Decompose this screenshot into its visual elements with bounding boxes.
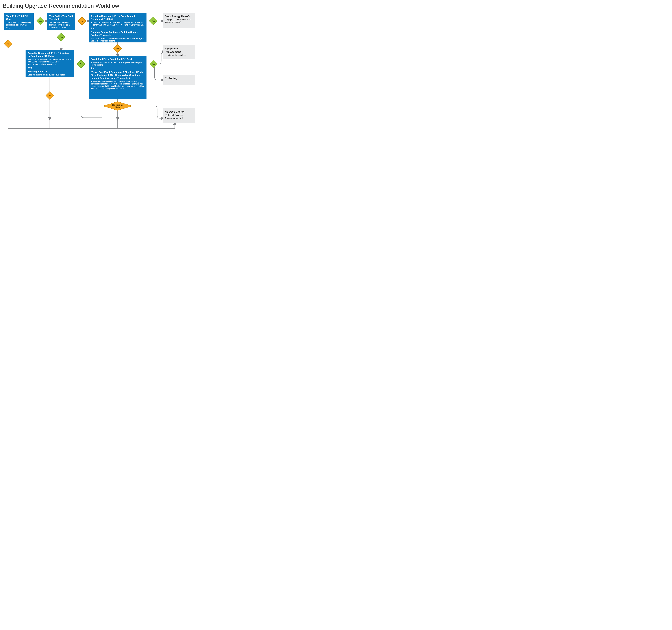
node-title-1: Actual to Benchmark EUI > Fair Actual to… [28,52,72,58]
node-title-1: Fossil Fuel EUI > Fossil Fuel EUI Goal [91,58,144,61]
node-total-eui-goal: Total EUI > Total EUI Goal Total EUI goa… [4,13,33,30]
decision-no-missing-data: No/Missing Data [103,101,133,111]
decision-no: No [79,18,85,24]
decision-no: No [47,93,53,98]
decision-no: No [5,41,11,47]
decision-yes: Yes [58,34,64,40]
node-desc-2: Building square footage threshold is the… [91,37,144,42]
node-and: And [91,27,144,30]
result-no-retrofit-recommended: No Deep Energy Retrofit Project Recommen… [163,108,195,123]
decision-no: No [115,46,121,51]
node-desc: The year built threshold— the year built… [49,21,73,29]
decision-yes: Yes [38,18,43,24]
flowchart-canvas: Total EUI > Total EUI Goal Total EUI goa… [3,11,197,132]
result-title: No Deep Energy Retrofit Project Recommen… [165,110,193,120]
node-year-built: Year Built < Year Built Threshold The ye… [47,13,75,30]
decision-yes: Yes [151,61,157,67]
result-title: Equipment Replacement [165,47,193,54]
node-desc-1: Fossil fuel EUI goal is the fossil fuel … [91,61,144,66]
node-desc-1: Fair actual to benchmark EUI ratio— the … [28,58,72,66]
node-desc-2: Fossil fuel-fired equipment RSL threshol… [91,80,144,90]
result-title: Deep Energy Retrofit [165,15,193,18]
node-and: And [91,67,144,70]
node-title-2: Building Square Footage > Building Squar… [91,31,144,37]
result-desc: (+ re-tuning if applicable) [165,54,193,56]
node-desc-1: Poor Actual to Benchmark EUI Ratio—the p… [91,21,144,26]
decision-yes: Yes [150,18,156,24]
node-title-1: Actual to Benchmark EUI > Poor Actual to… [91,15,144,21]
decision-label: No/Missing Data [112,104,123,108]
page-title: Building Upgrade Recommendation Workflow [3,3,669,9]
node-title-2: Building has BAS [28,70,72,73]
result-equipment-replacement: Equipment Replacement (+ re-tuning if ap… [163,45,195,58]
node-and: and [28,66,72,69]
decision-yes: Yes [78,61,84,67]
result-desc: (+Equipment replacement + re-tuning if a… [165,18,193,23]
node-benchmark-poor-and-sqft: Actual to Benchmark EUI > Poor Actual to… [89,13,146,43]
node-fossil-fuel: Fossil Fuel EUI > Fossil Fuel EUI Goal F… [89,56,146,99]
result-title: Re-Tuning [165,77,193,80]
node-desc-2: Does the building have a building automa… [28,74,72,78]
node-title: Year Built < Year Built Threshold [49,15,73,21]
result-re-tuning: Re-Tuning [163,75,195,85]
node-desc: Total EUI goal for the building (include… [6,21,31,29]
result-deep-energy-retrofit: Deep Energy Retrofit (+Equipment replace… [163,13,195,28]
node-title-2: (Fossil Fuel-Fired Equipment RSL < Fossi… [91,71,144,80]
node-title: Total EUI > Total EUI Goal [6,15,31,21]
node-benchmark-fair-and-bas: Actual to Benchmark EUI > Fair Actual to… [26,50,74,77]
